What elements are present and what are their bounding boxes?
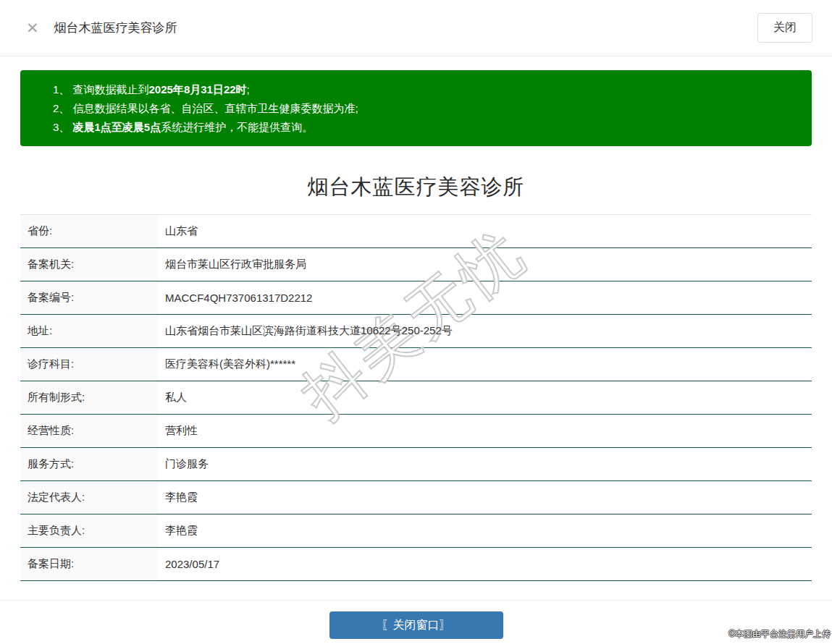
row-value: 门诊服务: [158, 448, 812, 480]
row-label: 省份:: [20, 215, 158, 247]
page-title: 烟台木蓝医疗美容诊所: [0, 173, 832, 202]
close-button[interactable]: 关闭: [757, 13, 812, 43]
row-label: 地址:: [20, 315, 158, 347]
table-row-treatment-subjects: 诊疗科目: 医疗美容科(美容外科)******: [20, 348, 812, 381]
table-row-service-mode: 服务方式: 门诊服务: [20, 448, 812, 481]
row-label: 诊疗科目:: [20, 348, 158, 381]
table-row-address: 地址: 山东省烟台市莱山区滨海路街道科技大道10622号250-252号: [20, 315, 812, 348]
window-title: 烟台木蓝医疗美容诊所: [54, 20, 177, 36]
row-value: 2023/05/17: [158, 548, 812, 580]
table-row-filing-date: 备案日期: 2023/05/17: [20, 548, 812, 581]
table-row-filing-number: 备案编号: MACCF4QH737061317D2212: [20, 281, 812, 315]
table-row-business-nature: 经营性质: 营利性: [20, 415, 812, 448]
table-row-ownership-form: 所有制形式: 私人: [20, 381, 812, 415]
info-table: 省份: 山东省 备案机关: 烟台市莱山区行政审批服务局 备案编号: MACCF4…: [20, 214, 812, 581]
row-value: 私人: [158, 381, 812, 414]
row-value: 医疗美容科(美容外科)******: [158, 348, 812, 381]
row-label: 经营性质:: [20, 415, 158, 447]
row-label: 备案日期:: [20, 548, 158, 580]
row-label: 所有制形式:: [20, 381, 158, 414]
table-row-filing-authority: 备案机关: 烟台市莱山区行政审批服务局: [20, 248, 812, 281]
close-window-button[interactable]: 〖关闭窗口〗: [329, 611, 503, 639]
table-row-main-person-in-charge: 主要负责人: 李艳霞: [20, 514, 812, 548]
row-value: 烟台市莱山区行政审批服务局: [158, 248, 812, 281]
footer-divider: [0, 600, 832, 601]
row-value: 李艳霞: [158, 481, 812, 514]
image-credit: ©本图由平台注册用户上传: [728, 628, 831, 640]
table-row-legal-representative: 法定代表人: 李艳霞: [20, 481, 812, 514]
close-x-icon[interactable]: ✕: [26, 20, 39, 35]
table-row-province: 省份: 山东省: [20, 215, 812, 248]
row-label: 主要负责人:: [20, 514, 158, 547]
notice-line-2: 2、 信息数据结果以各省、自治区、直辖市卫生健康委数据为准;: [53, 99, 797, 118]
row-label: 备案机关:: [20, 248, 158, 281]
notice-line-1: 1、 查询数据截止到2025年8月31日22时;: [53, 80, 797, 99]
page: ✕ 烟台木蓝医疗美容诊所 关闭 1、 查询数据截止到2025年8月31日22时;…: [0, 0, 832, 644]
notice-line-3: 3、 凌晨1点至凌晨5点系统进行维护，不能提供查询。: [53, 118, 797, 137]
row-value: 营利性: [158, 415, 812, 447]
row-value: 山东省: [158, 215, 812, 247]
row-value: 李艳霞: [158, 514, 812, 547]
notice-box: 1、 查询数据截止到2025年8月31日22时; 2、 信息数据结果以各省、自治…: [20, 70, 812, 146]
row-value: 山东省烟台市莱山区滨海路街道科技大道10622号250-252号: [158, 315, 812, 347]
row-label: 法定代表人:: [20, 481, 158, 514]
row-value: MACCF4QH737061317D2212: [158, 281, 812, 314]
row-label: 备案编号:: [20, 281, 158, 314]
row-label: 服务方式:: [20, 448, 158, 480]
top-bar: ✕ 烟台木蓝医疗美容诊所 关闭: [0, 0, 832, 56]
